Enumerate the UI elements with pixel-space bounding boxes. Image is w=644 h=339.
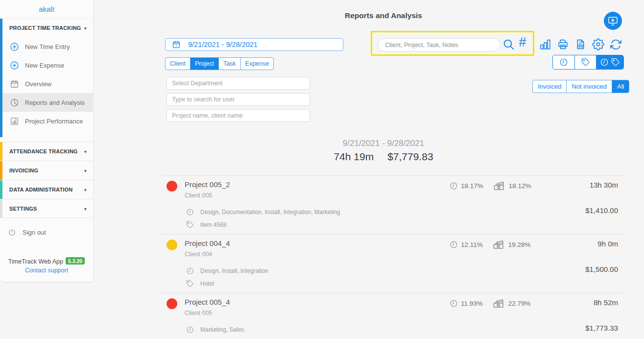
app-version-line: TimeTrack Web App5.3.20: [0, 257, 93, 265]
date-range-picker[interactable]: 1 9/21/2021 - 9/28/2021: [165, 38, 343, 51]
tab-task[interactable]: Task: [218, 58, 240, 70]
hash-icon[interactable]: #: [519, 35, 526, 50]
sidebar-item-label: New Time Entry: [25, 43, 70, 50]
tag-icon: [611, 58, 620, 67]
project-search-input[interactable]: [167, 109, 310, 122]
sidebar-section-project-time-tracking: PROJECT TIME TRACKING ▾ New Time Entry N…: [0, 19, 93, 137]
row-percentages: 11.93% 22.79%: [450, 299, 531, 308]
video-help-button[interactable]: [604, 12, 622, 30]
toolbar: CSV: [539, 38, 622, 50]
client-name: Client 005: [185, 310, 212, 316]
row-duration: 13h 30m: [590, 181, 618, 189]
svg-text:1: 1: [14, 83, 16, 87]
amount-percent: 18.12%: [509, 182, 531, 190]
section-label: ATTENDANCE TRACKING: [9, 148, 78, 154]
refresh-icon[interactable]: [610, 38, 622, 50]
section-label: PROJECT TIME TRACKING: [9, 25, 81, 31]
sidebar-item-new-time-entry[interactable]: New Time Entry: [2, 37, 93, 56]
sidebar-item-label: Reports and Analysis: [25, 99, 85, 106]
task-list: Design, Install, Integration: [200, 267, 268, 274]
row-expense-tag: Item 4568: [186, 221, 226, 229]
bar-chart-icon[interactable]: [539, 38, 551, 50]
section-color-bar: [0, 142, 2, 161]
section-label: DATA ADMINISTRATION: [9, 187, 72, 193]
report-summary: 9/21/2021 - 9/28/2021 74h 19m $7,779.83: [163, 139, 604, 163]
chevron-down-icon: ▾: [84, 206, 87, 212]
sidebar-section-data-administration[interactable]: DATA ADMINISTRATION ▾: [0, 180, 93, 199]
row-expense-tag: Hotel: [186, 280, 214, 288]
total-amount: $7,779.83: [387, 151, 433, 163]
bar-chart-square-icon: [10, 117, 19, 126]
tag-icon: [186, 221, 194, 229]
clock-icon: [600, 58, 609, 67]
sidebar-item-overview[interactable]: 1 Overview: [2, 74, 93, 93]
search-input[interactable]: [378, 38, 501, 51]
toggle-time-and-expense[interactable]: [596, 55, 623, 69]
money-icon: [493, 240, 505, 249]
task-list: Design, Documentation, Install, Integrat…: [200, 209, 340, 216]
date-range-value: 9/21/2021 - 9/28/2021: [188, 41, 258, 48]
project-color-dot: [167, 240, 177, 250]
sidebar-section-attendance-tracking[interactable]: ATTENDANCE TRACKING ▾: [0, 142, 93, 161]
row-amount: $1,410.00: [585, 206, 618, 215]
svg-text:1: 1: [175, 44, 177, 47]
project-name: Project 005_4: [185, 298, 230, 306]
client-name: Client 005: [185, 192, 212, 199]
clock-icon: [450, 182, 458, 190]
project-name: Project 005_2: [185, 180, 230, 189]
section-items: New Time Entry New Expense 1 Overview Re…: [0, 37, 93, 137]
amount-percent: 19.28%: [508, 241, 531, 248]
department-select[interactable]: [167, 77, 310, 90]
toggle-expense-only[interactable]: [574, 55, 596, 69]
sidebar-item-label: New Expense: [25, 62, 64, 69]
calendar-icon: 1: [10, 79, 19, 89]
contact-support-link[interactable]: Contact support: [0, 267, 93, 274]
table-row[interactable]: Project 005_2 Client 005 18.17% 18.12% 1…: [162, 175, 623, 234]
user-search-input[interactable]: [167, 93, 310, 106]
tag-icon: [581, 58, 590, 67]
tag-icon: [186, 280, 194, 288]
table-row[interactable]: Project 005_4 Client 005 11.93% 22.79% 8…: [162, 293, 623, 339]
pie-chart-icon: [10, 98, 19, 107]
sidebar-footer: TimeTrack Web App5.3.20 Contact support: [0, 257, 93, 274]
sidebar-section-settings[interactable]: SETTINGS ▾: [0, 199, 93, 218]
tab-project[interactable]: Project: [190, 58, 218, 70]
tag-label: Item 4568: [200, 221, 226, 228]
toggle-time-only[interactable]: [553, 55, 574, 69]
clock-icon: [186, 208, 194, 216]
user-menu[interactable]: akalt: [0, 0, 93, 19]
chevron-down-icon: ▾: [84, 187, 87, 193]
total-time: 74h 19m: [334, 151, 374, 163]
calendar-icon: 1: [172, 40, 181, 49]
table-row[interactable]: Project 004_4 Client 004 12.11% 19.28% 9…: [162, 234, 623, 293]
plus-circle-icon: [10, 61, 19, 70]
filter-all[interactable]: All: [612, 80, 629, 93]
export-csv-icon[interactable]: CSV: [574, 38, 587, 50]
summary-totals: 74h 19m $7,779.83: [163, 151, 604, 163]
chevron-down-icon: ▾: [84, 149, 87, 154]
search-icon[interactable]: [502, 38, 515, 50]
filter-invoiced[interactable]: Invoiced: [533, 80, 566, 93]
tab-client[interactable]: Client: [166, 58, 190, 70]
section-header-project-time-tracking[interactable]: PROJECT TIME TRACKING ▾: [0, 19, 93, 37]
section-color-bar: [0, 180, 2, 199]
tab-expense[interactable]: Expense: [240, 58, 274, 70]
svg-text:CSV: CSV: [578, 45, 583, 48]
sidebar-item-reports-and-analysis[interactable]: Reports and Analysis: [2, 93, 93, 112]
report-type-tabs: Client Project Task Expense: [165, 57, 274, 70]
row-amount: $1,500.00: [585, 265, 618, 273]
filter-not-invoiced[interactable]: Not invoiced: [566, 80, 612, 93]
sidebar-section-invoicing[interactable]: INVOICING ▾: [0, 161, 93, 180]
time-percent: 18.17%: [461, 182, 483, 190]
print-icon[interactable]: [557, 38, 569, 50]
app-name: TimeTrack Web App: [8, 258, 63, 265]
signout-button[interactable]: Sign out: [0, 228, 93, 237]
clock-icon: [450, 299, 458, 308]
time-percent: 11.93%: [461, 300, 483, 307]
row-tasks: Design, Install, Integration: [186, 267, 268, 275]
clock-icon: [559, 58, 568, 67]
money-icon: [493, 299, 505, 308]
sidebar-item-new-expense[interactable]: New Expense: [2, 56, 93, 74]
sidebar-item-project-performance[interactable]: Project Performance: [2, 112, 93, 130]
gear-icon[interactable]: [592, 38, 604, 50]
